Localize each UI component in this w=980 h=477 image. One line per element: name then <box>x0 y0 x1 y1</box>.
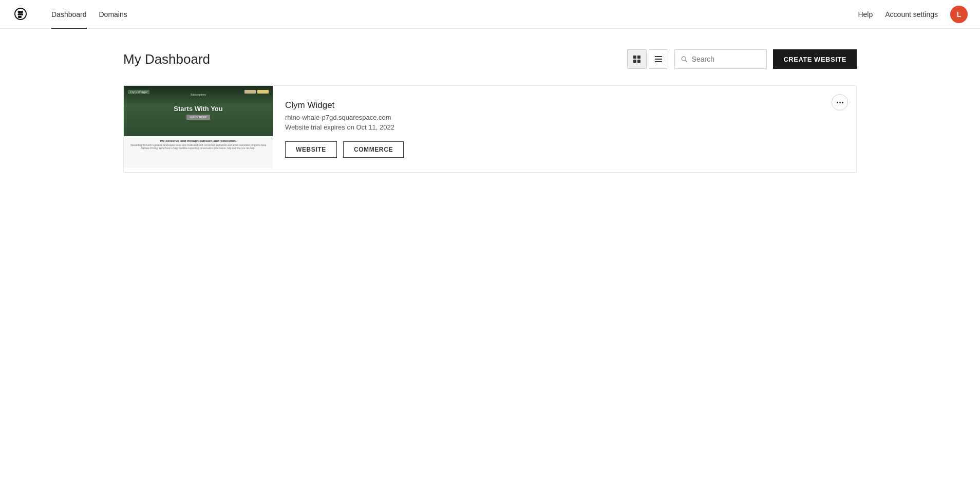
site-action-buttons: WEBSITE COMMERCE <box>285 141 844 158</box>
site-name: Clym Widget <box>285 100 844 111</box>
dot <box>839 102 841 103</box>
dashboard-actions: CREATE WEBSITE <box>627 49 857 69</box>
site-more-button[interactable] <box>832 94 848 111</box>
thumbnail-bottom: We conserve land through outreach and re… <box>124 136 273 168</box>
site-trial-text: Website trial expires on Oct 11, 2022 <box>285 123 844 131</box>
grid-icon <box>633 55 641 63</box>
squarespace-logo[interactable] <box>12 6 29 23</box>
search-icon <box>681 56 687 63</box>
thumbnail-bottom-title: We conserve land through outreach and re… <box>128 139 269 142</box>
svg-rect-6 <box>655 61 662 62</box>
nav-links: Dashboard Domains <box>45 0 858 29</box>
svg-rect-0 <box>633 56 636 59</box>
nav-right: Help Account settings L <box>858 6 968 23</box>
thumbnail-bottom-text: Stewarding the Earth's greatest landscap… <box>128 144 269 151</box>
list-icon <box>654 55 663 63</box>
commerce-button[interactable]: COMMERCE <box>343 141 404 158</box>
svg-rect-5 <box>655 59 662 60</box>
site-list: Clym Widget Subscriptions Starts With Yo… <box>123 85 857 173</box>
list-view-button[interactable] <box>649 49 668 69</box>
main-content: My Dashboard <box>0 29 980 193</box>
thumbnail-cta: LEARN MORE <box>186 115 210 120</box>
site-info: Clym Widget rhino-whale-p7gd.squarespace… <box>273 86 856 172</box>
thumbnail-headline: Starts With You <box>174 105 222 113</box>
site-thumbnail[interactable]: Clym Widget Subscriptions Starts With Yo… <box>124 86 273 168</box>
dot <box>837 102 838 103</box>
account-settings-link[interactable]: Account settings <box>885 10 938 19</box>
site-url: rhino-whale-p7gd.squarespace.com <box>285 114 844 121</box>
svg-rect-1 <box>637 56 640 59</box>
thumbnail-brand-label: Clym Widget <box>128 90 149 94</box>
svg-rect-3 <box>637 60 640 63</box>
dot <box>842 102 843 103</box>
svg-line-8 <box>686 60 687 62</box>
top-navigation: Dashboard Domains Help Account settings … <box>0 0 980 29</box>
svg-rect-2 <box>633 60 636 63</box>
page-title: My Dashboard <box>123 51 210 67</box>
nav-link-dashboard[interactable]: Dashboard <box>45 0 93 29</box>
thumbnail-action-buttons <box>244 90 269 94</box>
website-button[interactable]: WEBSITE <box>285 141 337 158</box>
search-box <box>674 49 767 69</box>
site-card: Clym Widget Subscriptions Starts With Yo… <box>123 85 857 173</box>
svg-rect-4 <box>655 56 662 57</box>
dashboard-header: My Dashboard <box>123 49 857 69</box>
thumbnail-subtitle: Subscriptions <box>191 93 206 96</box>
search-input[interactable] <box>692 55 761 63</box>
help-link[interactable]: Help <box>858 10 873 19</box>
grid-view-button[interactable] <box>627 49 647 69</box>
nav-link-domains[interactable]: Domains <box>93 0 134 29</box>
create-website-button[interactable]: CREATE WEBSITE <box>773 49 857 69</box>
view-toggle <box>627 49 668 69</box>
user-avatar[interactable]: L <box>950 6 968 23</box>
